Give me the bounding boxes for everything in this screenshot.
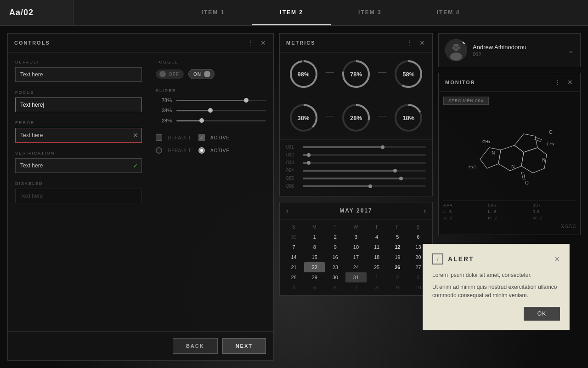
nav-tabs: ITEM 1 ITEM 2 ITEM 3 ITEM 4 [74, 0, 588, 25]
cal-day-15[interactable]: 15 [304, 252, 325, 262]
cal-day-22[interactable]: 22 [304, 262, 325, 272]
controls-close-btn[interactable]: ✕ [260, 38, 267, 47]
field-error-clear-btn[interactable]: ✕ [133, 132, 138, 139]
svg-text:N: N [542, 157, 545, 162]
metric-track-004[interactable] [303, 170, 426, 172]
toggle-row: OFF ON [156, 69, 266, 79]
cal-day-21[interactable]: 21 [283, 262, 304, 272]
cal-day-6[interactable]: 6 [408, 232, 429, 242]
cal-day-12[interactable]: 12 [387, 242, 408, 252]
cal-day-10[interactable]: 10 [345, 242, 366, 252]
gauges-row-1: 98% — 78% [280, 52, 432, 96]
cal-day-24[interactable]: 24 [345, 262, 366, 272]
cal-day-19[interactable]: 19 [387, 252, 408, 262]
metrics-close-btn[interactable]: ✕ [418, 38, 426, 47]
gauge-38: 38% [288, 102, 320, 134]
cal-day-17[interactable]: 17 [345, 252, 366, 262]
cal-day-3[interactable]: 3 [345, 232, 366, 242]
metric-track-006[interactable] [303, 185, 426, 187]
cal-day-2[interactable]: 2 [325, 232, 345, 242]
cal-day-4[interactable]: 4 [367, 232, 387, 242]
metric-track-003[interactable] [303, 162, 426, 164]
alert-dialog: ! ALERT ✕ Lorem ipsum dolor sit amet, co… [423, 244, 570, 330]
cal-day-2-next[interactable]: 2 [387, 272, 408, 282]
cal-day-1[interactable]: 1 [304, 232, 325, 242]
user-chevron-icon[interactable]: ⌄ [568, 46, 574, 55]
metric-slider-001: 001 [286, 144, 426, 150]
monitor-panel: MONITOR ⋮ ✕ SPECIMEN 004 [438, 73, 581, 235]
radio-default[interactable] [156, 147, 162, 154]
gauge-circle-38: 38% [288, 102, 320, 134]
field-default-input[interactable] [15, 67, 142, 82]
specimen-tab: SPECIMEN 004 [443, 97, 489, 105]
calendar-prev-btn[interactable]: ‹ [286, 207, 288, 214]
cal-day-18[interactable]: 18 [367, 252, 387, 262]
cal-day-1-next[interactable]: 1 [367, 272, 387, 282]
cal-week-4: 21 22 23 24 25 26 27 [283, 262, 429, 272]
stat-N2: N: 2 [533, 216, 576, 220]
cal-day-26[interactable]: 26 [387, 262, 408, 272]
cal-day-5-next[interactable]: 5 [304, 282, 325, 293]
alert-ok-button[interactable]: OK [524, 307, 560, 321]
alert-close-btn[interactable]: ✕ [554, 255, 560, 264]
cal-day-23[interactable]: 23 [325, 262, 345, 272]
cal-day-25[interactable]: 25 [367, 262, 387, 272]
metrics-menu-btn[interactable]: ⋮ [406, 38, 414, 47]
field-focus-input[interactable] [15, 98, 142, 112]
slider-track-3[interactable] [176, 120, 266, 121]
cal-day-7[interactable]: 7 [283, 242, 304, 252]
cal-hdr-W: W [345, 222, 366, 232]
cal-day-8-next[interactable]: 8 [367, 282, 387, 293]
field-error-input[interactable] [15, 128, 142, 143]
cal-day-4-next[interactable]: 4 [283, 282, 304, 293]
cal-day-9[interactable]: 9 [325, 242, 345, 252]
nav-tab-item3[interactable]: ITEM 3 [331, 0, 409, 25]
radio-active[interactable] [198, 147, 205, 154]
cal-day-9-next[interactable]: 9 [387, 282, 408, 293]
toggle-label: TOGGLE [156, 60, 266, 64]
cal-day-11[interactable]: 11 [367, 242, 387, 252]
stat-S2: S: 2 [443, 216, 486, 220]
cal-day-8[interactable]: 8 [304, 242, 325, 252]
back-button[interactable]: BACK [173, 338, 218, 354]
cal-day-5[interactable]: 5 [387, 232, 408, 242]
controls-title: CONTROLS [14, 40, 50, 46]
cal-day-16[interactable]: 16 [325, 252, 345, 262]
cal-day-7-next[interactable]: 7 [345, 282, 366, 293]
cal-day-31[interactable]: 31 [345, 272, 366, 282]
svg-line-32 [524, 172, 525, 180]
cal-week-2: 7 8 9 10 11 12 13 [283, 242, 429, 252]
monitor-menu-btn[interactable]: ⋮ [554, 78, 562, 87]
cal-day-14[interactable]: 14 [283, 252, 304, 262]
calendar-next-btn[interactable]: › [424, 207, 426, 214]
calendar-header: ‹ MAY 2017 › [280, 202, 432, 219]
metrics-cal-col: METRICS ⋮ ✕ [279, 33, 433, 296]
toggle-on-btn[interactable]: ON [188, 69, 215, 79]
checkbox-default[interactable] [156, 134, 162, 141]
calendar-grid: S M T W T F S 30 1 2 [280, 219, 432, 295]
topnav: Aa/02 ITEM 1 ITEM 2 ITEM 3 ITEM 4 [0, 0, 588, 26]
slider-track-2[interactable] [176, 110, 266, 111]
cal-day-28[interactable]: 28 [283, 272, 304, 282]
cal-day-6-next[interactable]: 6 [325, 282, 345, 293]
logo: Aa/02 [0, 0, 74, 25]
nav-tab-item4[interactable]: ITEM 4 [409, 0, 488, 25]
metric-track-005[interactable] [303, 178, 426, 179]
cal-day-30-prev[interactable]: 30 [283, 232, 304, 242]
next-button[interactable]: NEXT [222, 338, 266, 354]
toggle-off-btn[interactable]: OFF [156, 69, 184, 79]
slider-track-1[interactable] [176, 100, 266, 101]
checkbox-active[interactable]: ✓ [198, 134, 205, 141]
monitor-close-btn[interactable]: ✕ [566, 78, 574, 87]
monitor-body: SPECIMEN 004 [439, 92, 580, 235]
cal-day-29[interactable]: 29 [304, 272, 325, 282]
alert-body-1: Lorem ipsum dolor sit amet, consectetur. [432, 271, 560, 279]
field-verification-input[interactable] [15, 158, 142, 173]
controls-menu-btn[interactable]: ⋮ [247, 38, 255, 47]
metric-track-001[interactable] [303, 146, 426, 148]
nav-tab-item1[interactable]: ITEM 1 [174, 0, 253, 25]
metric-track-002[interactable] [303, 154, 426, 156]
nav-tab-item2[interactable]: ITEM 2 [252, 0, 331, 25]
gauge-circle-18: 18% [392, 102, 424, 134]
cal-day-30[interactable]: 30 [325, 272, 345, 282]
